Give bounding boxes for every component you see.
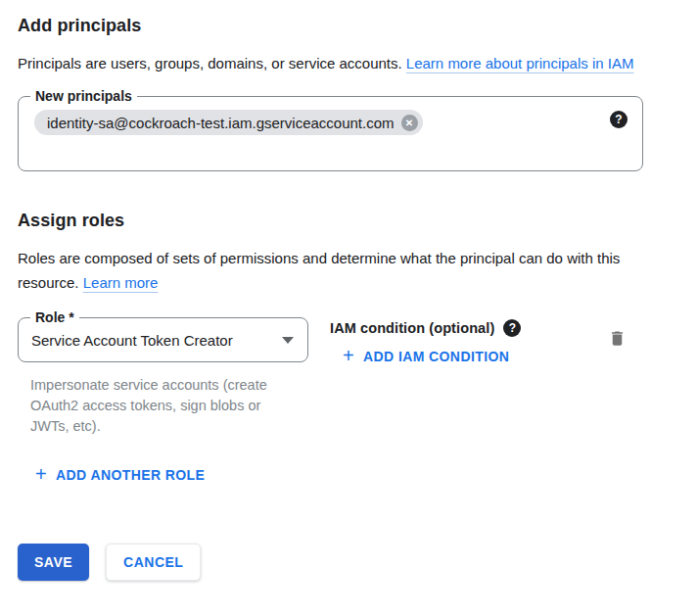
role-label: Role * [30,309,79,325]
learn-more-principals-link[interactable]: Learn more about principals in IAM [406,55,634,71]
plus-icon: + [343,348,354,363]
page-title: Add principals [18,16,680,36]
role-selected-value: Service Account Token Creator [31,332,282,349]
roles-learn-more-link[interactable]: Learn more [83,274,159,291]
iam-condition-help-icon[interactable]: ? [503,319,521,337]
add-principals-panel: Add principals Principals are users, gro… [0,0,698,581]
iam-condition-label-row: IAM condition (optional) ? [330,319,521,337]
principals-description: Principals are users, groups, domains, o… [18,51,660,75]
cancel-button[interactable]: CANCEL [106,544,201,581]
delete-role-button[interactable] [608,329,627,351]
iam-condition-column: IAM condition (optional) ? + ADD IAM CON… [330,317,521,367]
trash-icon [608,336,627,351]
role-select[interactable]: Role * Service Account Token Creator [18,317,308,362]
save-button[interactable]: SAVE [18,544,89,581]
role-column: Role * Service Account Token Creator Imp… [18,317,308,437]
principal-chip-value: identity-sa@cockroach-test.iam.gservicea… [47,115,395,131]
roles-description: Roles are composed of sets of permission… [18,246,660,295]
actions-row: SAVE CANCEL [18,544,680,581]
new-principals-field[interactable]: New principals identity-sa@cockroach-tes… [18,96,643,171]
chip-remove-close-icon[interactable]: ✕ [401,115,418,131]
add-iam-condition-button[interactable]: + ADD IAM CONDITION [343,349,509,364]
assign-roles-title: Assign roles [18,211,680,231]
add-iam-condition-label: ADD IAM CONDITION [363,349,509,364]
principal-chip: identity-sa@cockroach-test.iam.gservicea… [34,110,423,135]
new-principals-label: New principals [30,88,137,104]
iam-condition-label: IAM condition (optional) [330,320,494,336]
plus-icon: + [35,466,47,482]
add-another-role-label: ADD ANOTHER ROLE [56,467,205,483]
role-row: Role * Service Account Token Creator Imp… [18,317,680,437]
chevron-down-icon [282,337,294,344]
new-principals-help-icon[interactable]: ? [610,111,628,128]
principals-description-text: Principals are users, groups, domains, o… [18,55,406,71]
role-helper-text: Impersonate service accounts (create OAu… [30,375,297,437]
add-another-role-button[interactable]: + ADD ANOTHER ROLE [35,467,205,483]
